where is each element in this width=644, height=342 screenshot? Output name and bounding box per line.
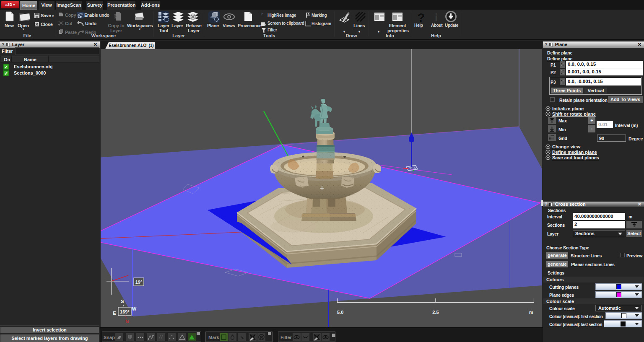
svg-text:5.0: 5.0 [337, 310, 343, 315]
svg-text:S: S [121, 299, 124, 304]
svg-text:19°: 19° [135, 280, 143, 285]
svg-text:x: x [159, 16, 160, 18]
svg-text:2.5: 2.5 [432, 310, 439, 315]
svg-text:E: E [113, 311, 116, 316]
svg-text:W: W [132, 306, 137, 311]
svg-text:m: m [529, 310, 533, 315]
svg-text:169°: 169° [120, 309, 130, 314]
svg-text:N: N [125, 319, 129, 324]
